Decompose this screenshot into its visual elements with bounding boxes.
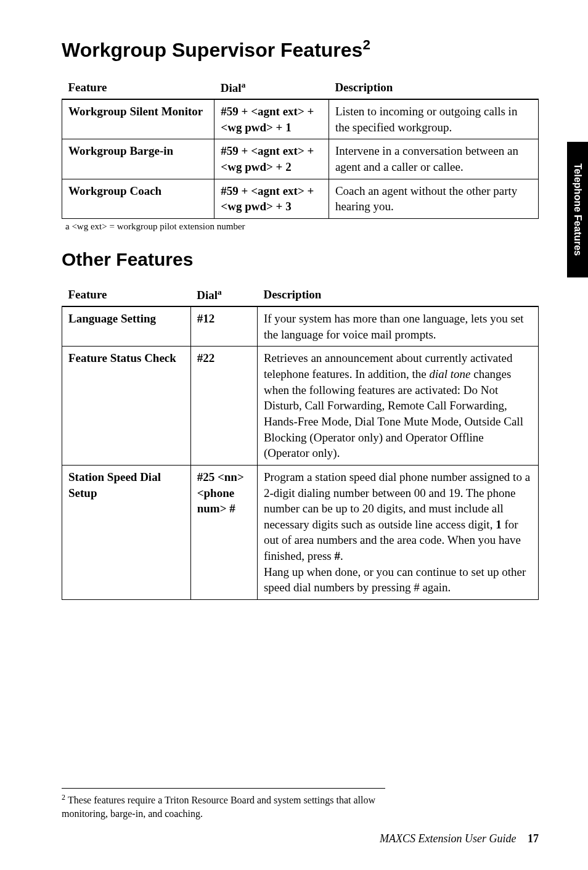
heading-text: Workgroup Supervisor Features xyxy=(62,39,362,61)
table2-header-feature: Feature xyxy=(62,284,191,306)
cell-feature: Language Setting xyxy=(62,306,191,347)
table1-header-dial: Diala xyxy=(214,76,329,99)
cell-feature: Feature Status Check xyxy=(62,347,191,465)
footnote-num: 2 xyxy=(62,793,65,802)
cell-desc: Intervene in a conversation between an a… xyxy=(329,139,538,179)
table-row: Feature Status Check#22Retrieves an anno… xyxy=(62,347,539,465)
table1-footnote: a <wg ext> = workgroup pilot extension n… xyxy=(62,221,539,232)
table-other-features: Feature Diala Description Language Setti… xyxy=(62,284,539,600)
dial-header-sup: a xyxy=(242,80,246,89)
cell-desc: If your system has more than one languag… xyxy=(257,306,538,347)
table-row: Language Setting#12If your system has mo… xyxy=(62,306,539,347)
cell-dial: #12 xyxy=(190,306,257,347)
dial2-header-text: Dial xyxy=(197,289,218,302)
cell-dial: #22 xyxy=(190,347,257,465)
dial-header-text: Dial xyxy=(221,81,242,94)
dial2-header-sup: a xyxy=(218,287,222,297)
cell-desc: Coach an agent without the other party h… xyxy=(329,179,538,218)
table-row: Workgroup Silent Monitor#59 + <agnt ext>… xyxy=(62,99,539,139)
table1-header-desc: Description xyxy=(329,76,538,99)
cell-dial: #59 + <agnt ext> +<wg pwd> + 3 xyxy=(214,179,329,218)
heading-other-features: Other Features xyxy=(62,249,539,270)
cell-feature: Workgroup Silent Monitor xyxy=(62,99,214,139)
cell-dial: #25 <nn> <phone num> # xyxy=(190,465,257,599)
cell-feature: Workgroup Barge-in xyxy=(62,139,214,179)
side-tab-telephone-features: Telephone Features xyxy=(567,142,588,277)
heading-workgroup-supervisor: Workgroup Supervisor Features2 xyxy=(62,37,539,62)
table2-header-desc: Description xyxy=(257,284,538,306)
cell-dial: #59 + <agnt ext> +<wg pwd> + 1 xyxy=(214,99,329,139)
table-workgroup-features: Feature Diala Description Workgroup Sile… xyxy=(62,76,539,219)
cell-dial: #59 + <agnt ext> +<wg pwd> + 2 xyxy=(214,139,329,179)
cell-desc: Program a station speed dial phone numbe… xyxy=(257,465,538,599)
cell-feature: Workgroup Coach xyxy=(62,179,214,218)
table2-header-dial: Diala xyxy=(190,284,257,306)
cell-feature: Station Speed Dial Setup xyxy=(62,465,191,599)
table-row: Workgroup Barge-in#59 + <agnt ext> +<wg … xyxy=(62,139,539,179)
heading-sup: 2 xyxy=(362,37,370,52)
footer-page-number: 17 xyxy=(528,832,539,845)
page-footer: MAXCS Extension User Guide 17 xyxy=(380,832,539,845)
table-row: Station Speed Dial Setup#25 <nn> <phone … xyxy=(62,465,539,599)
cell-desc: Retrieves an announcement about currentl… xyxy=(257,347,538,465)
table1-header-feature: Feature xyxy=(62,76,214,99)
page-footnote: 2These features require a Triton Resourc… xyxy=(62,788,385,821)
cell-desc: Listen to incoming or outgoing calls in … xyxy=(329,99,538,139)
footnote-text: These features require a Triton Resource… xyxy=(62,795,375,819)
table-row: Workgroup Coach#59 + <agnt ext> +<wg pwd… xyxy=(62,179,539,218)
footer-guide: MAXCS Extension User Guide xyxy=(380,832,516,845)
